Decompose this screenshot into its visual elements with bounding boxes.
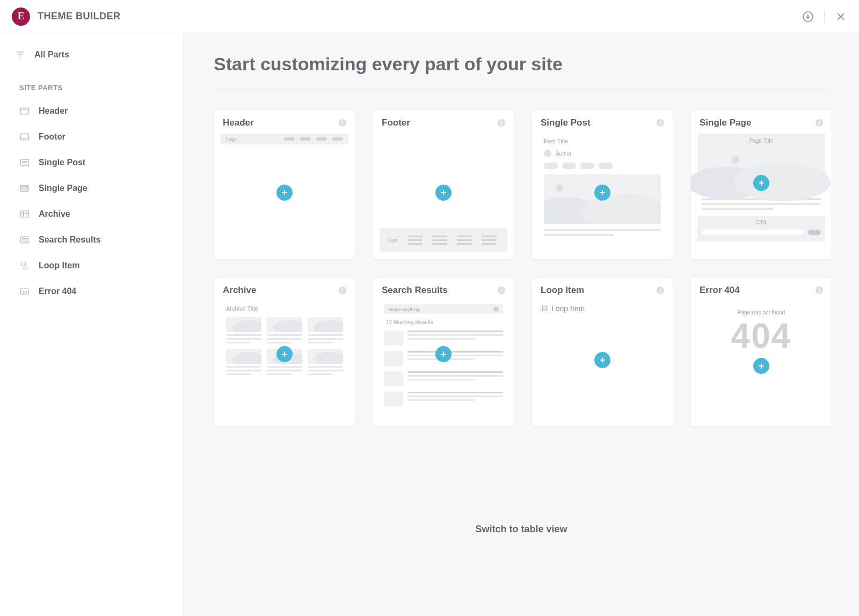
add-icon[interactable] bbox=[276, 185, 293, 201]
page-title: Start customizing every part of your sit… bbox=[214, 46, 829, 90]
close-icon[interactable] bbox=[834, 10, 847, 23]
top-bar-actions bbox=[802, 10, 847, 23]
preview-404-code: 404 bbox=[731, 319, 792, 353]
info-icon[interactable] bbox=[816, 287, 823, 294]
card-header[interactable]: Header Logo bbox=[214, 109, 355, 260]
cards-grid: Header Logo Foot bbox=[214, 109, 829, 427]
preview-footer-logo-label: Logo bbox=[387, 237, 398, 243]
sidebar-section-heading: SITE PARTS bbox=[0, 69, 183, 98]
sidebar-item-error-404[interactable]: 404 Error 404 bbox=[0, 278, 183, 304]
preview-loop-alt: Loop Item bbox=[541, 304, 664, 313]
sidebar-item-label: Archive bbox=[39, 209, 70, 219]
info-icon[interactable] bbox=[498, 119, 505, 127]
sidebar-list: Header Footer Single Post Single Page Ar… bbox=[0, 98, 183, 304]
preview-archive: Archive Title bbox=[221, 301, 348, 419]
broken-image-icon bbox=[541, 305, 548, 312]
preview-post-author-label: Author bbox=[556, 151, 571, 157]
add-icon[interactable] bbox=[435, 185, 452, 201]
sidebar-item-search-results[interactable]: Search Results bbox=[0, 227, 183, 253]
card-title: Single Page bbox=[700, 118, 751, 128]
card-title: Single Post bbox=[541, 118, 591, 128]
card-title: Error 404 bbox=[700, 285, 740, 296]
sidebar-item-header[interactable]: Header bbox=[0, 98, 183, 124]
search-results-icon bbox=[19, 234, 30, 245]
footer-icon bbox=[19, 131, 30, 142]
search-icon bbox=[493, 306, 499, 312]
preview-single-post: Post Title Author bbox=[538, 134, 666, 252]
preview-loop-alt-label: Loop Item bbox=[551, 304, 585, 313]
sidebar-item-label: Single Post bbox=[39, 158, 85, 167]
add-icon[interactable] bbox=[276, 346, 293, 362]
brand: E THEME BUILDER bbox=[12, 8, 121, 26]
card-search-results[interactable]: Search Results Search anything 12 Machin… bbox=[373, 277, 514, 427]
add-icon[interactable] bbox=[594, 352, 610, 368]
card-title: Header bbox=[223, 118, 254, 128]
add-icon[interactable] bbox=[753, 358, 769, 374]
card-title: Loop Item bbox=[541, 285, 584, 296]
info-icon[interactable] bbox=[339, 119, 346, 127]
add-icon[interactable] bbox=[435, 346, 452, 362]
layout: All Parts SITE PARTS Header Footer Singl… bbox=[0, 33, 859, 616]
elementor-logo-icon: E bbox=[12, 8, 30, 26]
add-icon[interactable] bbox=[753, 175, 769, 191]
svg-rect-2 bbox=[21, 134, 29, 140]
preview-page-title-label: Page Title bbox=[749, 138, 773, 144]
divider bbox=[824, 11, 825, 23]
card-loop-item[interactable]: Loop Item Loop Item bbox=[532, 277, 673, 427]
preview-archive-title-label: Archive Title bbox=[226, 305, 343, 312]
download-icon[interactable] bbox=[802, 10, 814, 23]
sidebar-item-footer[interactable]: Footer bbox=[0, 124, 183, 150]
sidebar-item-label: Error 404 bbox=[39, 287, 76, 296]
svg-rect-6 bbox=[21, 211, 29, 217]
card-title: Search Results bbox=[382, 285, 448, 296]
info-icon[interactable] bbox=[657, 287, 664, 294]
info-icon[interactable] bbox=[498, 287, 505, 294]
archive-icon bbox=[19, 209, 30, 219]
preview-post-title-label: Post Title bbox=[544, 138, 661, 144]
preview-loop-item: Loop Item bbox=[538, 301, 666, 419]
card-footer[interactable]: Footer Logo bbox=[373, 109, 514, 260]
preview-404-text: Page was not found bbox=[738, 310, 785, 316]
info-icon[interactable] bbox=[816, 119, 823, 127]
sidebar-item-single-page[interactable]: Single Page bbox=[0, 175, 183, 201]
sidebar-item-label: Single Page bbox=[39, 184, 88, 193]
preview-single-page: Page Title CTA bbox=[697, 134, 825, 252]
sidebar-item-label: Search Results bbox=[39, 235, 101, 245]
sidebar: All Parts SITE PARTS Header Footer Singl… bbox=[0, 33, 184, 616]
sidebar-item-single-post[interactable]: Single Post bbox=[0, 150, 183, 175]
divider bbox=[214, 90, 829, 90]
sidebar-item-archive[interactable]: Archive bbox=[0, 201, 183, 227]
info-icon[interactable] bbox=[657, 119, 664, 127]
sidebar-item-label: Footer bbox=[39, 132, 65, 142]
switch-view-link[interactable]: Switch to table view bbox=[214, 524, 829, 535]
sidebar-item-loop-item[interactable]: Loop Item bbox=[0, 253, 183, 278]
filter-icon bbox=[15, 49, 26, 60]
top-bar: E THEME BUILDER bbox=[0, 0, 859, 33]
error-404-icon: 404 bbox=[19, 286, 30, 297]
card-archive[interactable]: Archive Archive Title bbox=[214, 277, 355, 427]
info-icon[interactable] bbox=[339, 287, 346, 294]
svg-rect-5 bbox=[22, 187, 27, 189]
loop-item-icon bbox=[19, 260, 30, 271]
main: Start customizing every part of your sit… bbox=[184, 33, 859, 616]
svg-rect-1 bbox=[21, 108, 29, 114]
card-single-page[interactable]: Single Page Page Title CTA bbox=[690, 109, 832, 260]
sidebar-item-label: Loop Item bbox=[39, 261, 79, 270]
preview-search-count-label: 12 Maching Results bbox=[384, 319, 503, 325]
app-title: THEME BUILDER bbox=[38, 11, 121, 22]
svg-text:404: 404 bbox=[22, 290, 27, 294]
header-icon bbox=[19, 106, 30, 116]
sidebar-item-all-parts[interactable]: All Parts bbox=[0, 41, 183, 69]
single-post-icon bbox=[19, 157, 30, 168]
preview-error-404: Page was not found 404 bbox=[697, 301, 825, 419]
add-icon[interactable] bbox=[594, 185, 610, 201]
card-error-404[interactable]: Error 404 Page was not found 404 bbox=[690, 277, 832, 427]
card-title: Archive bbox=[223, 285, 256, 296]
preview-header-logo-label: Logo bbox=[226, 136, 237, 142]
preview-search-placeholder: Search anything bbox=[388, 307, 419, 312]
card-single-post[interactable]: Single Post Post Title Author bbox=[532, 109, 673, 260]
preview-search-results: Search anything 12 Maching Results bbox=[380, 301, 507, 419]
single-page-icon bbox=[19, 183, 30, 194]
preview-footer: Logo bbox=[380, 134, 507, 252]
sidebar-item-label: Header bbox=[39, 106, 68, 116]
